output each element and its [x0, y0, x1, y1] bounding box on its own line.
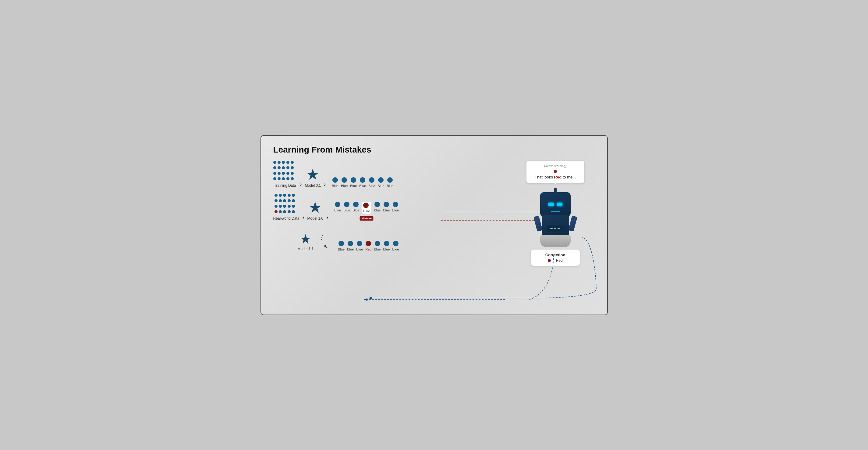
pred-item: Blue: [352, 202, 359, 212]
pred-item: Blue: [374, 241, 380, 251]
training-data-label: Training Data: [274, 184, 296, 188]
curved-arrow-svg: [316, 233, 335, 249]
pred-label: Blue: [374, 208, 380, 212]
grid-dot: [282, 172, 285, 175]
speech-active-learning-label: (Active learning): [531, 164, 580, 168]
grid-dot: [283, 205, 286, 208]
grid-dot: [291, 177, 294, 180]
pred-dot-blue: [342, 177, 347, 183]
robot-screen-dot: [550, 228, 553, 229]
grid-dot: [273, 172, 276, 175]
pred-label: Blue: [334, 208, 341, 212]
pred-label: Blue: [393, 247, 399, 251]
model01-star: ★: [306, 167, 319, 182]
pred-item: Blue: [386, 177, 393, 188]
model11-label: Model 1.1: [298, 247, 314, 251]
speech-text: That looks Red to me...: [531, 175, 580, 179]
pred-label: Blue: [374, 247, 380, 251]
pred-dot-blue: [332, 177, 338, 183]
pred-label: Blue: [347, 247, 354, 251]
pred-label: Blue: [386, 184, 393, 188]
grid-dot: [282, 177, 285, 180]
robot-base: [540, 235, 571, 247]
pred-label: Blue: [352, 208, 359, 212]
pred-label: Blue: [338, 247, 345, 251]
pred-item: Blue: [392, 202, 399, 212]
pred-dot-blue: [374, 202, 380, 207]
grid-dot: [286, 166, 289, 169]
grid-dot: [278, 161, 281, 164]
grid-dot: [278, 172, 281, 175]
grid-dot: [288, 210, 291, 213]
robot-eye-right: [557, 203, 562, 206]
grid-dot: [292, 205, 295, 208]
realworld-data-grid: [275, 194, 296, 215]
pred-item: Blue: [341, 177, 348, 188]
pred-label-red: Red: [365, 247, 371, 251]
model10-star: ★: [308, 200, 322, 215]
mistake-item: Blue Mistake: [362, 202, 371, 214]
grid-dot: [279, 199, 282, 202]
row2-predictions: Blue Blue Blue: [334, 202, 399, 221]
grid-dot: [279, 205, 282, 208]
pred-label: Blue: [350, 184, 357, 188]
pred-item: Red: [365, 241, 371, 251]
pred-label: Blue: [392, 208, 399, 212]
robot-screen: [547, 225, 564, 231]
correction-dot: [548, 259, 551, 262]
pred-dot-blue: [383, 202, 389, 207]
speech-post: to me...: [561, 175, 576, 179]
grid-dot: [288, 199, 291, 202]
pred-dot-blue: [353, 202, 359, 207]
right-section: (Active learning) That looks Red to me..…: [516, 161, 595, 266]
robot-head: [540, 192, 571, 217]
model01-col: ★ Model 0.1: [305, 167, 321, 188]
robot-body: [542, 215, 569, 236]
pred-dot-blue: [378, 177, 383, 183]
model10-label: Model 1.0: [307, 216, 323, 221]
grid-dot: [275, 199, 278, 202]
arrow2-r1: ›: [324, 181, 326, 188]
speech-pre: That looks: [535, 175, 554, 179]
arrow1-r1: ›: [300, 181, 302, 188]
pred-dot-red: [366, 241, 371, 246]
speech-bubble: (Active learning) That looks Red to me..…: [526, 161, 584, 183]
pred-item: Blue: [338, 241, 345, 251]
grid-dot: [292, 194, 295, 197]
grid-dot: [279, 194, 282, 197]
pred-item: Blue: [374, 202, 380, 212]
robot: [531, 186, 580, 247]
pred-item: Blue: [356, 241, 363, 251]
grid-dot: [282, 161, 285, 164]
pred-dot-blue: [351, 177, 356, 183]
robot-shoulder-right: [568, 216, 577, 231]
grid-dot: [286, 177, 289, 180]
grid-dot: [291, 172, 294, 175]
pred-label: Blue: [359, 184, 366, 188]
grid-dot: [278, 166, 281, 169]
grid-dot: [286, 172, 289, 175]
grid-dot: [278, 177, 281, 180]
grid-dot: [291, 161, 294, 164]
pred-dot-blue: [348, 241, 353, 246]
pred-label: Blue: [356, 247, 363, 251]
pred-dot-red: [363, 203, 369, 208]
speech-red-dot: [554, 170, 557, 173]
robot-screen-dot: [554, 228, 556, 229]
pred-item: Blue: [334, 202, 341, 212]
realworld-data-col: Real-world Data: [273, 194, 300, 221]
pred-label: Blue: [332, 184, 339, 188]
row3-predictions: Blue Blue Blue: [338, 241, 399, 251]
grid-dot: [291, 166, 294, 169]
grid-dot: [288, 205, 291, 208]
grid-dot: [275, 194, 278, 197]
grid-dot: [286, 161, 289, 164]
grid-dot: [283, 210, 286, 213]
grid-dot: [279, 210, 282, 213]
mistake-badge: Mistake: [360, 216, 374, 221]
row3-arrow-predictions: Blue Blue Blue: [316, 233, 399, 251]
grid-dot: [292, 199, 295, 202]
pred-dot-blue: [369, 177, 374, 183]
pred-item: Blue: [377, 177, 384, 188]
correction-box: Correction = Red: [531, 250, 580, 266]
